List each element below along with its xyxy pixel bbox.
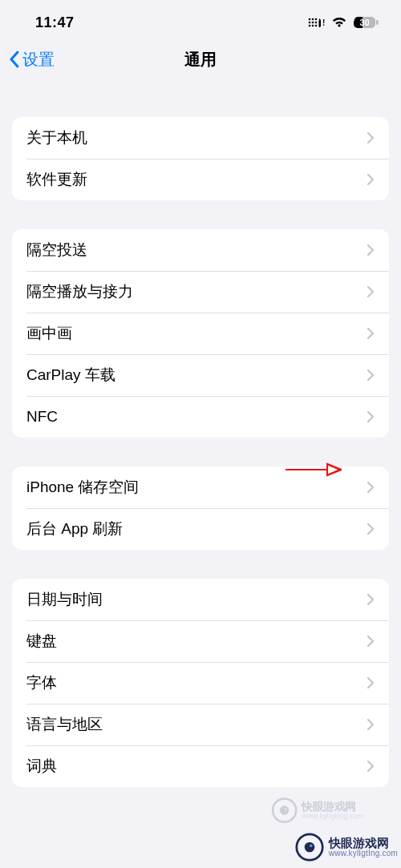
row-label: CarPlay 车载 xyxy=(26,365,367,386)
watermark-url: www.kylIgtIng.com xyxy=(329,850,398,858)
watermark-icon xyxy=(295,833,324,862)
watermark-faint: 快眼游戏网 www.kylIgtIng.com xyxy=(271,797,363,823)
watermark: 快眼游戏网 www.kylIgtIng.com xyxy=(295,833,398,862)
svg-point-8 xyxy=(315,25,318,27)
nav-back-button[interactable]: 设置 xyxy=(8,49,55,71)
chevron-right-icon xyxy=(367,285,375,298)
settings-group-system: 日期与时间 键盘 字体 语言与地区 词典 xyxy=(12,579,389,787)
watermark-brand: 快眼游戏网 xyxy=(302,801,364,812)
svg-rect-11 xyxy=(319,20,321,27)
chevron-right-icon xyxy=(367,244,375,256)
status-bar: 11:47 ! xyxy=(0,0,401,40)
watermark-brand: 快眼游戏网 xyxy=(329,837,398,850)
row-software-update[interactable]: 软件更新 xyxy=(12,159,389,200)
row-label: 语言与地区 xyxy=(26,714,367,735)
row-label: iPhone 储存空间 xyxy=(26,477,367,498)
row-fonts[interactable]: 字体 xyxy=(12,662,389,704)
row-label: NFC xyxy=(26,408,367,426)
wifi-icon xyxy=(331,17,347,28)
svg-point-3 xyxy=(309,22,311,24)
row-label: 软件更新 xyxy=(26,169,367,190)
row-carplay[interactable]: CarPlay 车载 xyxy=(12,354,389,396)
svg-point-2 xyxy=(315,18,318,21)
row-label: 日期与时间 xyxy=(26,589,367,610)
row-background-app-refresh[interactable]: 后台 App 刷新 xyxy=(12,508,389,550)
row-label: 键盘 xyxy=(26,631,367,652)
svg-point-1 xyxy=(312,18,314,21)
row-label: 隔空播放与接力 xyxy=(26,281,367,302)
svg-point-4 xyxy=(312,22,314,24)
row-iphone-storage[interactable]: iPhone 储存空间 xyxy=(12,466,389,508)
chevron-right-icon xyxy=(367,481,375,494)
chevron-right-icon xyxy=(367,760,375,773)
chevron-right-icon xyxy=(367,173,375,186)
svg-point-0 xyxy=(309,18,311,21)
row-nfc[interactable]: NFC xyxy=(12,396,389,438)
svg-point-6 xyxy=(309,25,311,27)
chevron-right-icon xyxy=(367,593,375,606)
battery-icon: 30 xyxy=(353,16,379,29)
nav-back-label: 设置 xyxy=(22,49,55,71)
row-dictionary[interactable]: 词典 xyxy=(12,745,389,787)
row-about[interactable]: 关于本机 xyxy=(12,117,389,159)
row-date-time[interactable]: 日期与时间 xyxy=(12,579,389,620)
status-time: 11:47 xyxy=(35,14,75,31)
battery-text: 30 xyxy=(359,18,369,27)
chevron-right-icon xyxy=(367,635,375,648)
row-label: 词典 xyxy=(26,756,367,777)
row-label: 隔空投送 xyxy=(26,240,367,260)
row-label: 后台 App 刷新 xyxy=(26,519,367,539)
row-airdrop[interactable]: 隔空投送 xyxy=(12,229,389,271)
svg-point-23 xyxy=(304,842,314,853)
cellular-icon: ! xyxy=(308,17,326,28)
svg-point-5 xyxy=(315,22,318,24)
row-label: 关于本机 xyxy=(26,127,367,148)
content: 关于本机 软件更新 隔空投送 隔空播放与接力 画中画 CarPlay 车载 NF… xyxy=(0,117,401,787)
chevron-right-icon xyxy=(367,369,375,382)
watermark-icon xyxy=(271,797,297,823)
svg-text:!: ! xyxy=(322,18,325,27)
svg-rect-15 xyxy=(376,20,379,25)
settings-group-storage: iPhone 储存空间 后台 App 刷新 xyxy=(12,466,389,550)
chevron-left-icon xyxy=(8,50,21,69)
settings-group-connectivity: 隔空投送 隔空播放与接力 画中画 CarPlay 车载 NFC xyxy=(12,229,389,438)
chevron-right-icon xyxy=(367,131,375,144)
row-airplay-handoff[interactable]: 隔空播放与接力 xyxy=(12,271,389,313)
chevron-right-icon xyxy=(367,676,375,689)
nav-bar: 设置 通用 xyxy=(0,40,401,79)
svg-point-24 xyxy=(310,844,313,847)
row-picture-in-picture[interactable]: 画中画 xyxy=(12,313,389,354)
watermark-url: www.kylIgtIng.com xyxy=(302,812,364,819)
chevron-right-icon xyxy=(367,523,375,535)
settings-group-about: 关于本机 软件更新 xyxy=(12,117,389,200)
svg-point-7 xyxy=(312,25,314,27)
row-label: 画中画 xyxy=(26,323,367,344)
row-label: 字体 xyxy=(26,672,367,693)
row-language-region[interactable]: 语言与地区 xyxy=(12,704,389,745)
chevron-right-icon xyxy=(367,327,375,340)
nav-title: 通用 xyxy=(184,49,217,71)
chevron-right-icon xyxy=(367,718,375,731)
chevron-right-icon xyxy=(367,410,375,423)
row-keyboard[interactable]: 键盘 xyxy=(12,620,389,662)
svg-point-20 xyxy=(280,805,289,814)
status-icons: ! 30 xyxy=(308,16,379,29)
